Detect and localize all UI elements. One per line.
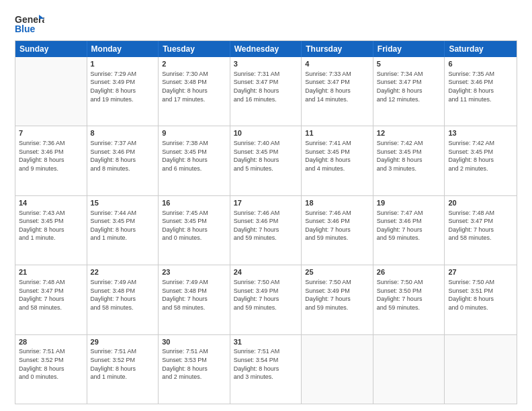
day-number: 8 bbox=[91, 128, 155, 138]
cal-week-5: 28Sunrise: 7:51 AM Sunset: 3:52 PM Dayli… bbox=[15, 334, 517, 404]
day-number: 21 bbox=[19, 267, 83, 277]
cal-header-wednesday: Wednesday bbox=[230, 41, 302, 57]
day-info: Sunrise: 7:36 AM Sunset: 3:46 PM Dayligh… bbox=[19, 139, 83, 173]
cal-day-8: 8Sunrise: 7:37 AM Sunset: 3:46 PM Daylig… bbox=[87, 126, 159, 195]
day-info: Sunrise: 7:43 AM Sunset: 3:45 PM Dayligh… bbox=[19, 209, 83, 242]
day-number: 1 bbox=[91, 59, 155, 69]
cal-day-22: 22Sunrise: 7:49 AM Sunset: 3:48 PM Dayli… bbox=[87, 265, 159, 334]
cal-day-28: 28Sunrise: 7:51 AM Sunset: 3:52 PM Dayli… bbox=[15, 335, 87, 404]
day-number: 18 bbox=[305, 198, 369, 208]
day-info: Sunrise: 7:33 AM Sunset: 3:47 PM Dayligh… bbox=[305, 70, 369, 103]
calendar: SundayMondayTuesdayWednesdayThursdayFrid… bbox=[15, 40, 517, 404]
day-info: Sunrise: 7:48 AM Sunset: 3:47 PM Dayligh… bbox=[448, 209, 513, 242]
day-info: Sunrise: 7:29 AM Sunset: 3:49 PM Dayligh… bbox=[91, 70, 155, 103]
logo: General Blue bbox=[15, 12, 44, 36]
cal-empty bbox=[302, 335, 373, 404]
day-number: 6 bbox=[448, 59, 513, 69]
cal-day-30: 30Sunrise: 7:51 AM Sunset: 3:53 PM Dayli… bbox=[159, 335, 230, 404]
svg-text:Blue: Blue bbox=[15, 24, 36, 34]
cal-day-29: 29Sunrise: 7:51 AM Sunset: 3:52 PM Dayli… bbox=[87, 335, 159, 404]
day-info: Sunrise: 7:30 AM Sunset: 3:48 PM Dayligh… bbox=[162, 70, 226, 103]
day-info: Sunrise: 7:49 AM Sunset: 3:48 PM Dayligh… bbox=[162, 278, 226, 312]
day-number: 15 bbox=[91, 198, 155, 208]
day-info: Sunrise: 7:46 AM Sunset: 3:46 PM Dayligh… bbox=[234, 209, 298, 242]
cal-day-25: 25Sunrise: 7:50 AM Sunset: 3:49 PM Dayli… bbox=[302, 265, 373, 334]
day-number: 5 bbox=[377, 59, 441, 69]
day-number: 7 bbox=[19, 128, 83, 138]
day-number: 30 bbox=[162, 337, 226, 347]
cal-day-4: 4Sunrise: 7:33 AM Sunset: 3:47 PM Daylig… bbox=[302, 57, 373, 126]
day-number: 27 bbox=[448, 267, 513, 277]
cal-day-15: 15Sunrise: 7:44 AM Sunset: 3:45 PM Dayli… bbox=[87, 196, 159, 265]
cal-header-tuesday: Tuesday bbox=[159, 41, 230, 57]
day-info: Sunrise: 7:38 AM Sunset: 3:45 PM Dayligh… bbox=[162, 139, 226, 173]
day-number: 26 bbox=[377, 267, 441, 277]
cal-empty bbox=[15, 57, 87, 126]
day-info: Sunrise: 7:47 AM Sunset: 3:46 PM Dayligh… bbox=[377, 209, 441, 242]
cal-day-6: 6Sunrise: 7:35 AM Sunset: 3:46 PM Daylig… bbox=[445, 57, 517, 126]
day-number: 19 bbox=[377, 198, 441, 208]
day-number: 16 bbox=[162, 198, 226, 208]
cal-header-saturday: Saturday bbox=[445, 41, 517, 57]
calendar-header-row: SundayMondayTuesdayWednesdayThursdayFrid… bbox=[15, 41, 517, 57]
day-info: Sunrise: 7:50 AM Sunset: 3:49 PM Dayligh… bbox=[305, 278, 369, 312]
cal-empty bbox=[445, 335, 517, 404]
cal-week-2: 7Sunrise: 7:36 AM Sunset: 3:46 PM Daylig… bbox=[15, 126, 517, 195]
day-number: 31 bbox=[234, 337, 298, 347]
cal-day-9: 9Sunrise: 7:38 AM Sunset: 3:45 PM Daylig… bbox=[159, 126, 230, 195]
header: General Blue bbox=[15, 12, 517, 36]
day-number: 3 bbox=[234, 59, 298, 69]
cal-day-2: 2Sunrise: 7:30 AM Sunset: 3:48 PM Daylig… bbox=[159, 57, 230, 126]
day-number: 12 bbox=[377, 128, 441, 138]
cal-day-27: 27Sunrise: 7:50 AM Sunset: 3:51 PM Dayli… bbox=[445, 265, 517, 334]
day-info: Sunrise: 7:34 AM Sunset: 3:47 PM Dayligh… bbox=[377, 70, 441, 103]
day-info: Sunrise: 7:51 AM Sunset: 3:52 PM Dayligh… bbox=[91, 347, 155, 381]
day-number: 23 bbox=[162, 267, 226, 277]
day-info: Sunrise: 7:40 AM Sunset: 3:45 PM Dayligh… bbox=[234, 139, 298, 173]
cal-empty bbox=[373, 335, 445, 404]
day-number: 28 bbox=[19, 337, 83, 347]
cal-day-11: 11Sunrise: 7:41 AM Sunset: 3:45 PM Dayli… bbox=[302, 126, 373, 195]
cal-day-24: 24Sunrise: 7:50 AM Sunset: 3:49 PM Dayli… bbox=[230, 265, 302, 334]
cal-day-26: 26Sunrise: 7:50 AM Sunset: 3:50 PM Dayli… bbox=[373, 265, 445, 334]
cal-day-23: 23Sunrise: 7:49 AM Sunset: 3:48 PM Dayli… bbox=[159, 265, 230, 334]
day-number: 20 bbox=[448, 198, 513, 208]
day-info: Sunrise: 7:49 AM Sunset: 3:48 PM Dayligh… bbox=[91, 278, 155, 312]
day-number: 17 bbox=[234, 198, 298, 208]
page: General Blue SundayMondayTuesdayWednesda… bbox=[0, 0, 532, 411]
day-number: 29 bbox=[91, 337, 155, 347]
day-info: Sunrise: 7:50 AM Sunset: 3:50 PM Dayligh… bbox=[377, 278, 441, 312]
cal-week-1: 1Sunrise: 7:29 AM Sunset: 3:49 PM Daylig… bbox=[15, 57, 517, 126]
cal-day-16: 16Sunrise: 7:45 AM Sunset: 3:45 PM Dayli… bbox=[159, 196, 230, 265]
day-number: 24 bbox=[234, 267, 298, 277]
day-number: 14 bbox=[19, 198, 83, 208]
cal-day-7: 7Sunrise: 7:36 AM Sunset: 3:46 PM Daylig… bbox=[15, 126, 87, 195]
cal-day-1: 1Sunrise: 7:29 AM Sunset: 3:49 PM Daylig… bbox=[87, 57, 159, 126]
cal-day-17: 17Sunrise: 7:46 AM Sunset: 3:46 PM Dayli… bbox=[230, 196, 302, 265]
day-info: Sunrise: 7:51 AM Sunset: 3:52 PM Dayligh… bbox=[19, 347, 83, 381]
day-number: 11 bbox=[305, 128, 369, 138]
day-number: 9 bbox=[162, 128, 226, 138]
day-number: 25 bbox=[305, 267, 369, 277]
cal-day-21: 21Sunrise: 7:48 AM Sunset: 3:47 PM Dayli… bbox=[15, 265, 87, 334]
cal-day-14: 14Sunrise: 7:43 AM Sunset: 3:45 PM Dayli… bbox=[15, 196, 87, 265]
cal-day-5: 5Sunrise: 7:34 AM Sunset: 3:47 PM Daylig… bbox=[373, 57, 445, 126]
day-info: Sunrise: 7:46 AM Sunset: 3:46 PM Dayligh… bbox=[305, 209, 369, 242]
cal-day-31: 31Sunrise: 7:51 AM Sunset: 3:54 PM Dayli… bbox=[230, 335, 302, 404]
day-info: Sunrise: 7:31 AM Sunset: 3:47 PM Dayligh… bbox=[234, 70, 298, 103]
cal-header-friday: Friday bbox=[373, 41, 445, 57]
cal-week-3: 14Sunrise: 7:43 AM Sunset: 3:45 PM Dayli… bbox=[15, 195, 517, 265]
day-number: 4 bbox=[305, 59, 369, 69]
logo-icon: General Blue bbox=[15, 12, 44, 36]
cal-day-13: 13Sunrise: 7:42 AM Sunset: 3:45 PM Dayli… bbox=[445, 126, 517, 195]
calendar-body: 1Sunrise: 7:29 AM Sunset: 3:49 PM Daylig… bbox=[15, 57, 517, 404]
day-info: Sunrise: 7:51 AM Sunset: 3:53 PM Dayligh… bbox=[162, 347, 226, 381]
cal-header-thursday: Thursday bbox=[302, 41, 373, 57]
day-number: 10 bbox=[234, 128, 298, 138]
day-number: 13 bbox=[448, 128, 513, 138]
day-info: Sunrise: 7:45 AM Sunset: 3:45 PM Dayligh… bbox=[162, 209, 226, 242]
day-number: 2 bbox=[162, 59, 226, 69]
cal-day-20: 20Sunrise: 7:48 AM Sunset: 3:47 PM Dayli… bbox=[445, 196, 517, 265]
cal-week-4: 21Sunrise: 7:48 AM Sunset: 3:47 PM Dayli… bbox=[15, 265, 517, 334]
day-info: Sunrise: 7:41 AM Sunset: 3:45 PM Dayligh… bbox=[305, 139, 369, 173]
